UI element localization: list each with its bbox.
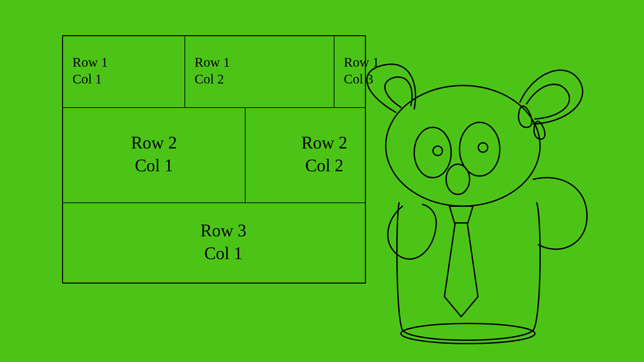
svg-point-4 xyxy=(433,146,442,156)
cell-text: Col 2 xyxy=(195,71,324,87)
cell-text: Col 1 xyxy=(135,154,173,177)
cell-text: Col 2 xyxy=(305,154,343,177)
table-cell: Row 3 Col 1 xyxy=(63,203,384,283)
table-row: Row 3 Col 1 xyxy=(63,202,365,283)
table-cell: Row 1 Col 1 xyxy=(63,36,184,107)
ragged-table: Row 1 Col 1 Row 1 Col 2 Row 1 Col 3 Row … xyxy=(62,35,366,284)
table-cell: Row 2 Col 1 xyxy=(63,108,245,202)
koala-icon xyxy=(345,62,600,350)
cell-text: Col 1 xyxy=(204,242,243,265)
cell-text: Row 1 xyxy=(72,54,175,71)
table-row: Row 2 Col 1 Row 2 Col 2 xyxy=(63,107,365,202)
svg-point-5 xyxy=(478,143,488,152)
cell-text: Row 1 xyxy=(195,54,324,71)
cell-text: Row 2 xyxy=(301,131,347,154)
cell-text: Row 2 xyxy=(131,131,177,154)
cell-text: Row 3 xyxy=(200,219,246,242)
cell-text: Col 1 xyxy=(72,71,175,87)
table-cell: Row 1 Col 2 xyxy=(184,36,334,107)
svg-point-6 xyxy=(446,164,470,194)
table-row: Row 1 Col 1 Row 1 Col 2 Row 1 Col 3 xyxy=(63,36,365,107)
svg-point-1 xyxy=(386,85,540,206)
